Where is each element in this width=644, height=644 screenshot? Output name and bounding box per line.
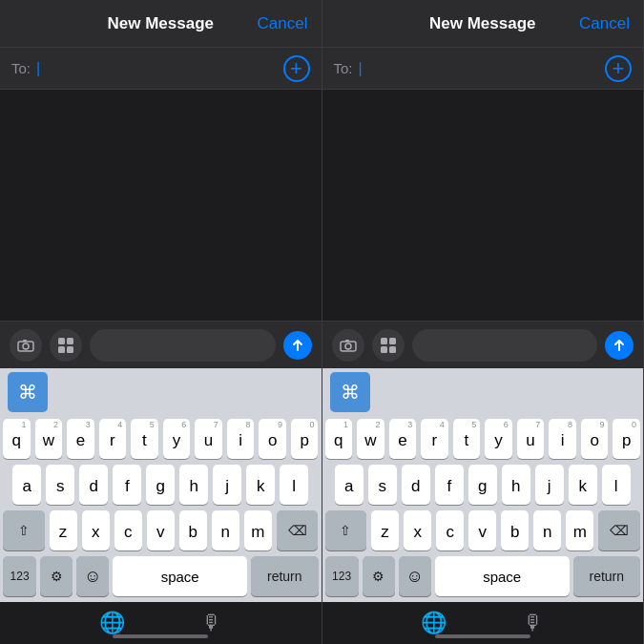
right-key-a[interactable]: a — [335, 465, 364, 505]
right-key-m[interactable]: m — [566, 510, 593, 551]
left-apps-button[interactable] — [50, 329, 82, 362]
right-key-j[interactable]: j — [535, 465, 564, 505]
right-key-d[interactable]: d — [402, 465, 430, 505]
key-4[interactable]: r4 — [99, 419, 127, 459]
left-ctrl-row: 123 ⚙ ☺ space return — [0, 553, 322, 602]
left-globe-icon[interactable]: 🌐 — [99, 611, 125, 635]
right-key-f[interactable]: f — [435, 465, 464, 505]
left-settings-key[interactable]: ⚙ — [40, 556, 73, 596]
right-key-p[interactable]: p0 — [613, 419, 640, 459]
left-bottom-bar — [0, 321, 322, 368]
key-k[interactable]: k — [246, 465, 275, 505]
right-space-key[interactable]: space — [435, 556, 570, 596]
right-key-u[interactable]: u7 — [517, 419, 545, 459]
right-key-t[interactable]: t5 — [453, 419, 481, 459]
send-icon — [292, 339, 303, 352]
right-key-b[interactable]: b — [501, 510, 529, 551]
right-ctrl-row: 123 ⚙ ☺ space return — [322, 553, 644, 602]
right-apps-button[interactable] — [372, 329, 405, 362]
left-add-recipient-button[interactable]: + — [283, 55, 310, 82]
left-emoji-key[interactable]: ☺ — [76, 556, 109, 596]
key-8[interactable]: i8 — [227, 419, 255, 459]
right-key-l[interactable]: l — [602, 465, 631, 505]
right-add-recipient-button[interactable]: + — [605, 55, 632, 82]
right-send-icon — [613, 339, 625, 352]
right-number-row: q1 w2 e3 r4 t5 y6 u7 i8 o9 p0 — [322, 416, 644, 462]
key-0[interactable]: p0 — [291, 419, 319, 459]
key-v[interactable]: v — [147, 510, 175, 551]
right-return-key[interactable]: return — [573, 556, 640, 596]
right-camera-button[interactable] — [332, 329, 364, 362]
key-l[interactable]: l — [280, 465, 308, 505]
left-cancel-button[interactable]: Cancel — [258, 14, 308, 33]
svg-rect-6 — [67, 346, 73, 353]
right-key-c[interactable]: c — [436, 510, 464, 551]
key-2[interactable]: w2 — [35, 419, 63, 459]
key-f[interactable]: f — [113, 465, 141, 505]
key-6[interactable]: y6 — [163, 419, 191, 459]
right-key-s[interactable]: s — [368, 465, 397, 505]
right-globe-icon[interactable]: 🌐 — [421, 611, 447, 635]
right-delete-key[interactable]: ⌫ — [598, 510, 640, 551]
left-to-field: To: | + — [0, 48, 322, 90]
key-z[interactable]: z — [50, 510, 77, 551]
right-cancel-button[interactable]: Cancel — [579, 14, 630, 33]
right-mic-icon[interactable]: 🎙 — [523, 611, 544, 635]
key-s[interactable]: s — [46, 465, 74, 505]
left-mic-icon[interactable]: 🎙 — [201, 611, 222, 635]
left-send-button[interactable] — [283, 331, 312, 360]
key-x[interactable]: x — [82, 510, 110, 551]
left-delete-key[interactable]: ⌫ — [277, 510, 319, 551]
right-message-area[interactable] — [322, 90, 644, 321]
key-d[interactable]: d — [79, 465, 108, 505]
left-text-input[interactable] — [90, 329, 276, 362]
right-cmd-key[interactable]: ⌘ — [330, 372, 370, 412]
key-7[interactable]: u7 — [195, 419, 222, 459]
svg-rect-12 — [381, 346, 387, 353]
key-1[interactable]: q1 — [3, 419, 31, 459]
left-shift-key[interactable]: ⇧ — [3, 510, 45, 551]
right-key-v[interactable]: v — [468, 510, 496, 551]
right-settings-key[interactable]: ⚙ — [363, 556, 395, 596]
key-b[interactable]: b — [179, 510, 207, 551]
right-header: New Message Cancel — [322, 0, 644, 48]
right-key-e[interactable]: e3 — [389, 419, 417, 459]
left-camera-button[interactable] — [10, 329, 42, 362]
right-key-r[interactable]: r4 — [421, 419, 448, 459]
right-camera-icon — [340, 339, 357, 352]
right-key-g[interactable]: g — [468, 465, 497, 505]
key-h[interactable]: h — [179, 465, 208, 505]
right-send-button[interactable] — [605, 331, 634, 360]
key-j[interactable]: j — [213, 465, 241, 505]
left-cmd-key[interactable]: ⌘ — [8, 372, 48, 412]
key-a[interactable]: a — [12, 465, 41, 505]
right-key-y[interactable]: y6 — [485, 419, 512, 459]
key-n[interactable]: n — [212, 510, 239, 551]
key-5[interactable]: t5 — [131, 419, 158, 459]
right-home-bar — [435, 634, 530, 638]
left-message-area[interactable] — [0, 90, 322, 321]
right-bot-row: ⇧ z x c v b n m ⌫ — [322, 508, 644, 553]
right-key-o[interactable]: o9 — [581, 419, 609, 459]
right-key-z[interactable]: z — [371, 510, 399, 551]
svg-rect-13 — [389, 346, 396, 353]
right-key-k[interactable]: k — [569, 465, 597, 505]
right-key-n[interactable]: n — [533, 510, 561, 551]
right-shift-key[interactable]: ⇧ — [325, 510, 367, 551]
left-return-key[interactable]: return — [251, 556, 318, 596]
right-123-key[interactable]: 123 — [325, 556, 359, 596]
key-9[interactable]: o9 — [259, 419, 286, 459]
right-emoji-key[interactable]: ☺ — [399, 556, 431, 596]
right-key-i[interactable]: i8 — [549, 419, 576, 459]
key-c[interactable]: c — [114, 510, 142, 551]
key-3[interactable]: e3 — [67, 419, 94, 459]
right-key-w[interactable]: w2 — [357, 419, 384, 459]
right-key-x[interactable]: x — [404, 510, 431, 551]
key-m[interactable]: m — [244, 510, 272, 551]
right-key-q[interactable]: q1 — [325, 419, 353, 459]
left-space-key[interactable]: space — [113, 556, 247, 596]
key-g[interactable]: g — [146, 465, 175, 505]
right-key-h[interactable]: h — [502, 465, 530, 505]
left-123-key[interactable]: 123 — [3, 556, 36, 596]
right-text-input[interactable] — [412, 329, 598, 362]
